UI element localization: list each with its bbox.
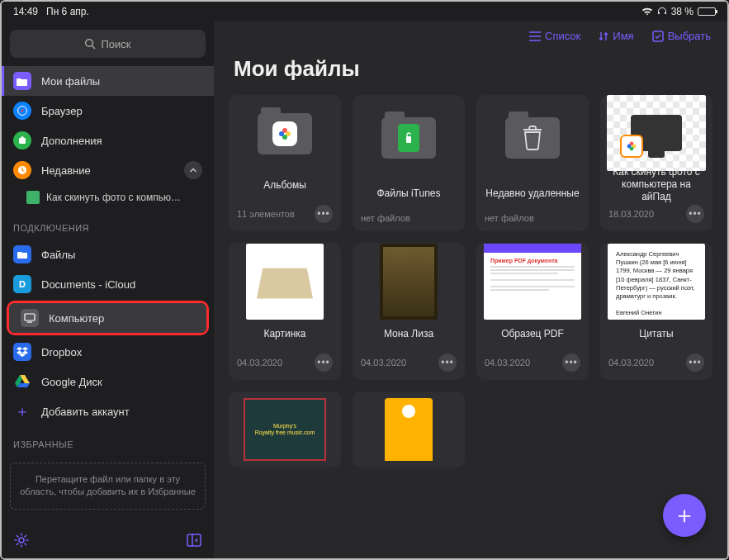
card-subtitle: 18.03.2020 <box>608 209 654 219</box>
sidebar-item-addons[interactable]: Дополнения <box>2 126 214 155</box>
section-connections: ПОДКЛЮЧЕНИЯ <box>2 210 214 240</box>
sidebar-item-my-files[interactable]: Мои файлы <box>2 66 214 96</box>
more-button[interactable]: ••• <box>315 354 333 372</box>
collapse-panel-icon <box>186 532 202 548</box>
main-content: Список Имя Выбрать Мои файлы Альбомы 11 … <box>214 21 727 558</box>
sidebar-item-label: Dropbox <box>41 346 82 358</box>
card-title: Файлы iTunes <box>353 180 465 206</box>
card-subtitle: 11 элементов <box>237 209 295 219</box>
battery-icon <box>698 7 716 16</box>
card-title: Цитаты <box>600 320 712 347</box>
status-bar: 14:49 Пн 6 апр. 38 % <box>2 2 727 21</box>
more-button[interactable]: ••• <box>562 354 580 372</box>
search-placeholder: Поиск <box>101 38 130 50</box>
sidebar-item-computer[interactable]: Компьютер <box>9 303 206 333</box>
trash-icon <box>522 126 543 150</box>
svg-point-0 <box>86 40 93 47</box>
document-icon <box>26 191 40 204</box>
more-button[interactable]: ••• <box>686 354 704 372</box>
pdf-thumbnail: Пример PDF документа <box>484 244 581 320</box>
settings-button[interactable] <box>13 532 30 548</box>
file-card-archive[interactable] <box>353 392 465 467</box>
battery-percent: 38 % <box>671 6 693 17</box>
status-time: 14:49 <box>13 6 38 17</box>
file-card-mona-lisa[interactable]: Мона Лиза 04.03.2020••• <box>353 243 465 380</box>
card-title: Образец PDF <box>476 320 589 347</box>
card-title: Мона Лиза <box>353 320 465 347</box>
compass-icon <box>13 102 31 120</box>
text-thumbnail: Александр Сергеевич Пушкин (26 мая [6 ию… <box>608 244 705 320</box>
svg-rect-6 <box>25 314 35 320</box>
more-button[interactable]: ••• <box>438 354 457 372</box>
file-card-picture[interactable]: Картинка 04.03.2020••• <box>229 243 341 380</box>
zip-icon <box>385 398 433 461</box>
folder-card-trash[interactable]: Недавно удаленные нет файлов <box>476 95 589 232</box>
sidebar-item-dropbox[interactable]: Dropbox <box>2 337 214 367</box>
files-icon <box>13 245 31 263</box>
card-title: Как скинуть фото с компьютера на айПад <box>600 171 712 199</box>
sort-icon <box>599 31 608 41</box>
list-icon <box>529 31 541 41</box>
plus-icon: ＋ <box>673 500 696 531</box>
svg-point-8 <box>19 538 24 543</box>
wifi-icon <box>641 7 653 16</box>
sidebar: Поиск Мои файлы Браузер Дополнения Недав… <box>2 21 214 558</box>
file-card-music[interactable]: Murphy's Royalty free music.com <box>229 392 341 467</box>
folder-card-albums[interactable]: Альбомы 11 элементов••• <box>229 95 341 232</box>
sidebar-item-label: Компьютер <box>49 312 104 325</box>
folder-card-itunes[interactable]: Файлы iTunes нет файлов <box>353 95 465 232</box>
toolbar: Список Имя Выбрать <box>214 21 727 51</box>
recent-file-item[interactable]: Как скинуть фото с компью… <box>2 185 214 210</box>
headphones-icon <box>657 7 667 17</box>
more-button[interactable]: ••• <box>315 205 333 223</box>
card-title: Недавно удаленные <box>476 180 589 206</box>
sort-name-button[interactable]: Имя <box>599 30 633 42</box>
file-card-pdf-sample[interactable]: Пример PDF документа Образец PDF 04.03.2… <box>476 243 589 380</box>
sidebar-item-label: Недавние <box>41 164 91 177</box>
sidebar-item-label: Добавить аккаунт <box>41 406 130 418</box>
view-list-button[interactable]: Список <box>529 30 580 42</box>
sidebar-item-recent[interactable]: Недавние <box>2 155 214 185</box>
sidebar-item-label: Браузер <box>41 105 83 117</box>
sidebar-item-browser[interactable]: Браузер <box>2 96 214 126</box>
select-button[interactable]: Выбрать <box>652 30 711 42</box>
highlighted-annotation: Компьютер <box>7 301 209 335</box>
sidebar-item-label: Documents - iCloud <box>41 278 135 291</box>
svg-point-15 <box>279 131 284 136</box>
card-subtitle: нет файлов <box>361 213 410 223</box>
page-title: Мои файлы <box>214 51 727 95</box>
sidebar-item-files[interactable]: Файлы <box>2 240 214 269</box>
card-title: Картинка <box>229 320 341 347</box>
folder-icon <box>258 113 312 154</box>
sidebar-item-google-drive[interactable]: Google Диск <box>2 367 214 396</box>
more-button[interactable]: ••• <box>686 205 704 223</box>
folder-icon <box>505 117 560 159</box>
image-thumbnail <box>607 95 706 171</box>
file-card-quotes[interactable]: Александр Сергеевич Пушкин (26 мая [6 ию… <box>600 243 712 380</box>
sidebar-item-documents-icloud[interactable]: D Documents - iCloud <box>2 269 214 299</box>
files-grid: Альбомы 11 элементов••• Файлы iTunes нет… <box>214 95 727 558</box>
folder-icon <box>13 72 31 90</box>
file-card-screenshot[interactable]: Как скинуть фото с компьютера на айПад 1… <box>600 95 712 232</box>
svg-point-4 <box>21 136 23 139</box>
photos-icon <box>277 126 292 141</box>
puzzle-icon <box>13 131 31 149</box>
sidebar-item-add-account[interactable]: ＋ Добавить аккаунт <box>2 396 214 426</box>
add-button[interactable]: ＋ <box>663 494 706 537</box>
collapse-sidebar-button[interactable] <box>186 532 202 548</box>
sidebar-item-label: Google Диск <box>41 376 102 388</box>
card-subtitle: нет файлов <box>485 213 534 223</box>
image-thumbnail <box>380 244 438 320</box>
folder-icon <box>381 117 436 159</box>
status-date: Пн 6 апр. <box>46 6 89 17</box>
search-input[interactable]: Поиск <box>10 30 206 58</box>
section-favorites: ИЗБРАННЫЕ <box>2 426 214 456</box>
sidebar-item-label: Мои файлы <box>41 75 100 88</box>
sidebar-item-label: Дополнения <box>41 135 102 147</box>
card-title: Альбомы <box>229 172 341 198</box>
card-subtitle: 04.03.2020 <box>361 358 406 368</box>
favorites-dropzone[interactable]: Перетащите файл или папку в эту область,… <box>10 463 206 510</box>
collapse-button[interactable] <box>184 161 202 179</box>
svg-rect-16 <box>406 136 411 143</box>
check-square-icon <box>652 31 664 42</box>
